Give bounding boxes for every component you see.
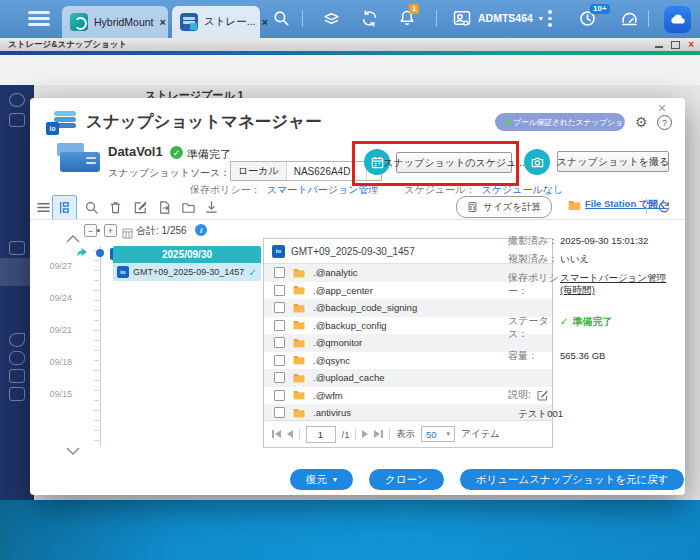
snapshot-manager-dialog: × io スナップショットマネージャー プール保証されたスナップショット領域 ▾… <box>30 98 685 495</box>
refresh-icon[interactable] <box>654 198 674 218</box>
disks-icon[interactable] <box>9 369 25 383</box>
prev-page-icon[interactable] <box>287 430 293 438</box>
tab-storage[interactable]: ストレー... × <box>172 6 260 38</box>
snapshot-group-date[interactable]: 2025/09/30 <box>113 246 261 263</box>
chevron-down-icon: ▾ <box>333 475 337 484</box>
zoom-out-button[interactable]: − <box>84 224 97 237</box>
row-checkbox[interactable] <box>274 407 285 418</box>
zoom-slider-handle[interactable] <box>97 229 100 232</box>
calculate-size-button[interactable]: サイズを計算 <box>456 196 552 218</box>
page-size-dropdown[interactable]: 50 ▾ <box>421 426 455 442</box>
dialog-help-icon[interactable]: ? <box>657 115 672 130</box>
row-checkbox[interactable] <box>274 355 285 366</box>
storage-icon[interactable] <box>9 113 25 127</box>
window-title: ストレージ&スナップショット <box>8 39 127 51</box>
revert-volume-snapshot-button[interactable]: ボリュームスナップショットを元に戻す <box>460 469 685 490</box>
schedule-label: スケジュール： <box>404 183 475 197</box>
myqnapcloud-icon[interactable] <box>664 6 691 33</box>
delete-trash-icon[interactable] <box>105 197 125 217</box>
status-check-icon: ✓ <box>560 315 568 340</box>
retention-policy-link[interactable]: スマートバージョン管理 (毎時間) <box>560 272 680 297</box>
search-snapshot-icon[interactable] <box>81 197 101 217</box>
search-icon[interactable] <box>272 9 290 27</box>
open-file-station-link[interactable]: File Station で開く <box>568 198 668 211</box>
utilities-icon[interactable] <box>9 387 25 401</box>
size-label: 容量： <box>508 350 560 363</box>
row-checkbox[interactable] <box>274 372 285 383</box>
dialog-close-icon[interactable]: × <box>658 100 666 116</box>
source-scope: ローカル <box>231 162 287 180</box>
window-close-button[interactable]: × <box>688 40 694 49</box>
folder-open-icon[interactable] <box>178 197 198 217</box>
more-options-icon[interactable] <box>548 10 552 30</box>
status-label: ステータス： <box>508 315 560 340</box>
policy-link[interactable]: スマートバージョン管理 <box>267 183 379 197</box>
overview-icon[interactable] <box>9 93 25 107</box>
take-snapshot-camera-icon[interactable] <box>524 149 550 175</box>
notifications-bell-icon[interactable]: 1 <box>398 9 416 27</box>
schedule-link[interactable]: スケジュールなし <box>482 183 564 197</box>
cloud-icon[interactable] <box>9 351 25 365</box>
restore-button[interactable]: 復元 ▾ <box>290 469 353 490</box>
selected-snapshot-row[interactable]: io GMT+09_2025-09-30_1457... ✓ <box>113 263 261 281</box>
dialog-settings-gear-icon[interactable]: ⚙ <box>635 114 648 130</box>
snapshot-icon[interactable] <box>9 241 25 255</box>
row-checkbox[interactable] <box>274 285 285 296</box>
row-checkbox[interactable] <box>274 320 285 331</box>
timeline-scroll-down-icon[interactable] <box>66 447 80 455</box>
tab-hybridmount[interactable]: HybridMount × <box>62 6 168 38</box>
replicated-label: 複製済み： <box>508 253 560 266</box>
separator <box>648 10 649 27</box>
export-file-icon[interactable] <box>154 197 174 217</box>
separator <box>302 10 303 27</box>
edit-description-icon[interactable] <box>536 389 549 402</box>
user-menu[interactable]: ADMTS464 ▾ <box>452 8 543 28</box>
notification-badge: 1 <box>409 4 419 14</box>
row-checkbox[interactable] <box>274 267 285 278</box>
retention-policy-label: 保存ポリシー： <box>508 272 560 297</box>
snapshot-details-panel: 撮影済み： 2025-09-30 15:01:32 複製済み： いいえ 保存ポリ… <box>508 235 680 421</box>
edit-icon[interactable] <box>130 197 150 217</box>
last-page-icon[interactable] <box>374 430 383 438</box>
info-icon[interactable]: i <box>195 224 207 236</box>
main-menu-icon[interactable] <box>28 11 50 26</box>
next-page-icon[interactable] <box>362 430 368 438</box>
snapshot-schedule-button[interactable]: スナップショットのスケジュ... <box>396 152 512 173</box>
username-label: ADMTS464 <box>478 12 533 24</box>
tab-close-icon[interactable]: × <box>262 16 268 28</box>
pool-area-label: プール保証されたスナップショット領域 <box>513 117 654 128</box>
row-checkbox[interactable] <box>274 390 285 401</box>
download-icon[interactable] <box>201 197 221 217</box>
snapshot-source-dropdown[interactable]: ローカル NAS626A4D ▾ <box>230 161 382 181</box>
clone-button[interactable]: クローン <box>369 469 444 490</box>
maximize-button[interactable] <box>671 41 680 49</box>
resource-monitor-icon[interactable] <box>620 9 639 28</box>
first-page-icon[interactable] <box>272 430 281 438</box>
list-view-icon[interactable] <box>33 197 53 217</box>
file-stack-icon[interactable] <box>322 9 341 28</box>
minimize-button[interactable] <box>655 46 663 48</box>
cache-icon[interactable] <box>9 333 25 347</box>
pool-guaranteed-area-button[interactable]: プール保証されたスナップショット領域 ▾ <box>495 113 625 131</box>
row-checkbox[interactable] <box>274 337 285 348</box>
background-tasks-icon[interactable]: 10+ <box>578 9 597 28</box>
zoom-in-button[interactable]: + <box>104 224 117 237</box>
folder-name: .@app_center <box>313 285 373 296</box>
policy-schedule-row: 保存ポリシー： スマートバージョン管理 スケジュール： スケジュールなし <box>190 183 563 197</box>
folder-name: .@qmonitor <box>313 337 362 348</box>
timeline-view-icon[interactable] <box>53 197 73 217</box>
sync-icon[interactable] <box>360 9 379 28</box>
row-checkbox[interactable] <box>274 302 285 313</box>
tab-close-icon[interactable]: × <box>160 16 166 28</box>
take-snapshot-button[interactable]: スナップショットを撮る <box>557 151 669 172</box>
snapshot-name: GMT+09_2025-09-30_1457... <box>133 267 245 277</box>
calendar-grid-icon[interactable] <box>117 223 137 243</box>
timeline-ticks <box>94 250 99 442</box>
selected-check-icon: ✓ <box>249 267 257 278</box>
page-input[interactable] <box>306 426 336 443</box>
sidebar-active-item[interactable] <box>0 258 34 286</box>
hybridmount-app-icon <box>70 13 88 31</box>
app-header: ストレージ&スナップショット 外部ストレージデバイス ▾ ? ⚙ <box>0 55 700 86</box>
snapshot-source-label: スナップショットソース： <box>108 166 230 180</box>
timeline-scroll-up-icon[interactable] <box>66 235 80 243</box>
